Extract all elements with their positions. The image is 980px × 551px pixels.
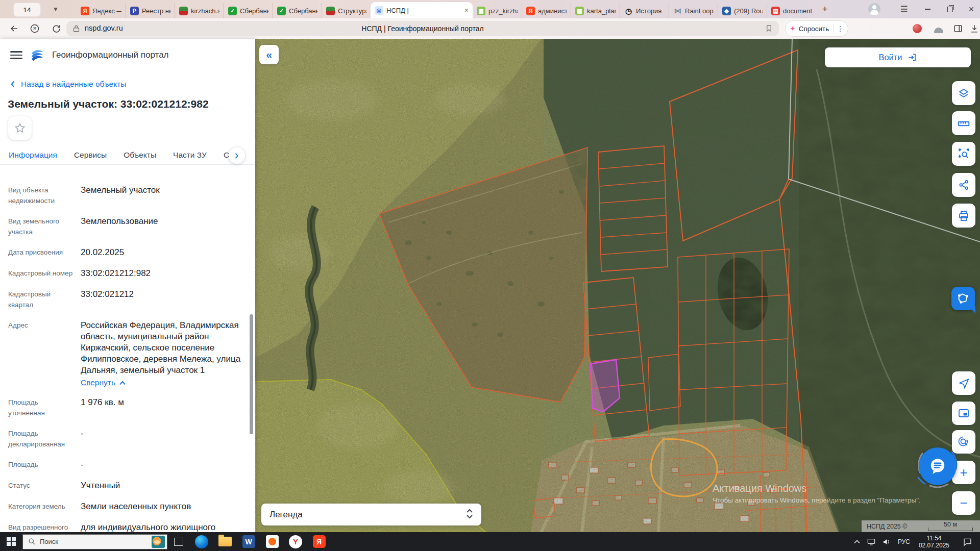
start-button[interactable] [0,532,22,551]
tab-label: Реестр нед [142,7,170,15]
page-content: Геоинформационный портал Назад в найденн… [0,39,980,532]
login-button[interactable]: Войти [825,47,971,67]
field-value: Земельный участок [81,185,242,196]
browser-tab-5[interactable]: Структура [322,3,371,18]
browser-tab-13[interactable]: ▤document [767,3,816,18]
favorite-star-button[interactable] [8,116,32,140]
browser-tab-8[interactable]: Яадминистр [522,3,571,18]
back-button[interactable] [5,18,23,39]
network-tray-icon[interactable] [864,532,879,551]
browser-tab-2[interactable]: kirzhach.su [175,3,224,18]
tab-services[interactable]: Сервисы [74,151,107,164]
search-placeholder: Поиск [40,538,58,545]
search-highlight-image[interactable] [152,536,165,548]
browser-tab-7[interactable]: ▦pzz_kirzhac [473,3,522,18]
yandex-services-icon[interactable]: Я [26,18,44,39]
window-restore-button[interactable] [942,0,958,18]
legend-expand-icon[interactable] [466,509,473,521]
browser-tab-9[interactable]: ▦karta_plani [571,3,620,18]
info-row-2: Дата присвоения20.02.2025 [8,247,242,258]
browser-tab-4[interactable]: ✓Сбербанк- [273,3,322,18]
legend-bar[interactable]: Легенда [261,504,481,525]
object-info-panel: Геоинформационный портал Назад в найденн… [0,39,255,532]
map-viewport[interactable]: « Войти [255,39,980,532]
tab-objects[interactable]: Объекты [124,151,156,164]
task-view-button[interactable] [167,532,190,551]
taskbar-search[interactable]: Поиск [22,534,167,549]
chat-button[interactable] [919,447,957,485]
panel-scrollbar[interactable] [250,314,253,434]
print-button[interactable] [952,204,975,228]
area-select-icon [958,147,970,160]
window-close-button[interactable]: × [964,0,979,18]
browser-tab-12[interactable]: ◆(209) Roun [718,3,767,18]
edge-icon [195,535,208,548]
tab-counter[interactable]: 14 [13,3,41,17]
back-to-results-link[interactable]: Назад в найденные объекты [10,80,126,89]
browser-profile-avatar[interactable] [868,0,881,18]
zoom-out-button[interactable]: − [952,491,975,515]
browser-toolbar: Я nspd.gov.ru НСПД | Геоинформационный п… [0,18,980,39]
profile-icon[interactable] [930,18,947,39]
bookmark-icon[interactable] [765,24,773,35]
new-tab-button[interactable]: + [818,3,832,16]
tab-close-icon[interactable]: × [464,6,469,14]
ruler-button[interactable] [952,111,975,135]
locate-me-button[interactable] [952,371,975,395]
word-icon: W [242,535,255,548]
menu-hamburger-icon[interactable] [10,51,22,59]
taskbar-app-orange[interactable] [260,532,284,551]
field-label: Категория земель [8,501,81,512]
taskbar-clock[interactable]: 11:54 02.07.2025 [914,535,954,549]
side-panels-icon[interactable] [949,18,967,39]
taskbar-app-yandex[interactable]: Я [307,532,331,551]
area-select-button[interactable] [952,142,975,166]
windows-logo-icon [7,537,16,546]
layers-button[interactable] [952,81,975,105]
login-label: Войти [878,53,902,62]
tab-favicon: ▦ [575,7,584,15]
tab-parcel-parts[interactable]: Части ЗУ [173,151,207,164]
share-button[interactable] [952,173,975,197]
tabs-scroll-right-button[interactable] [229,147,245,164]
panel-collapse-button[interactable]: « [259,45,279,64]
browser-tab-3[interactable]: ✓Сбербанк- [224,3,273,18]
taskbar-app-yandex-browser[interactable]: Y [284,532,307,551]
language-indicator[interactable]: РУС [894,532,914,551]
tab-list-chevron-icon[interactable]: ▼ [49,3,62,16]
browser-menu-button[interactable]: ☰ [896,0,912,18]
address-bar[interactable]: nspd.gov.ru НСПД | Геоинформационный пор… [66,21,779,36]
browser-tab-0[interactable]: ЯЯндекс — [77,3,126,18]
layers-icon [958,87,970,99]
info-row-0: Вид объекта недвижимостиЗемельный участо… [8,185,242,206]
tray-expand-button[interactable] [850,532,864,551]
field-label: Кадастровый номер [8,268,81,279]
taskbar-app-edge[interactable] [190,532,213,551]
window-minimize-button[interactable] [920,0,935,18]
tab-label: karta_plani [587,7,616,15]
info-row-10: Категория земельЗемли населенных пунктов [8,501,242,512]
minimap-button[interactable] [952,402,975,425]
tab-information[interactable]: Информация [9,151,57,164]
taskbar-app-explorer[interactable] [213,532,237,551]
downloads-icon[interactable] [967,18,980,39]
region-callout-button[interactable] [951,287,975,310]
yandex-icon: Я [313,535,326,548]
tab-favicon: ◆ [722,7,731,15]
clock-time: 11:54 [926,535,941,542]
browser-tab-1[interactable]: РРеестр нед [126,3,175,18]
extension-icon[interactable] [909,18,926,39]
volume-tray-icon[interactable] [879,532,894,551]
ask-more-icon[interactable]: ⋮ [837,24,844,33]
browser-tab-6[interactable]: ◎НСПД |× [371,2,473,18]
collapse-address-link[interactable]: Свернуть [81,378,126,387]
taskbar-app-word[interactable]: W [237,532,260,551]
reload-button[interactable] [47,18,65,39]
tab-favicon: ▦ [477,7,485,15]
notification-center-button[interactable] [954,532,980,551]
browser-tab-10[interactable]: ◷История [620,3,669,18]
clock-date: 02.07.2025 [919,542,949,549]
svg-text:Я: Я [33,26,37,31]
browser-tab-11[interactable]: ⋈RainLoop W [669,3,718,18]
ask-alice-button[interactable]: ✦ Спросить ⋮ [785,20,848,37]
